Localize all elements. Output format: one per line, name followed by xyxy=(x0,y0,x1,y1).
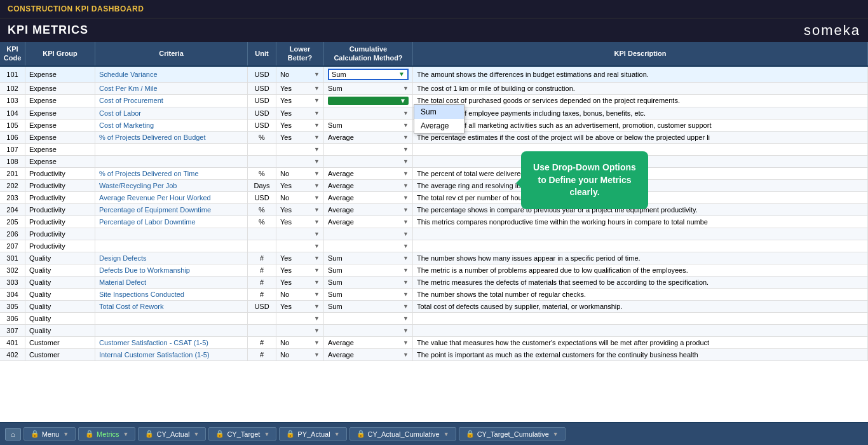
cell-calc-method[interactable]: Average▼ xyxy=(324,349,413,360)
cell-calc-method[interactable]: Sum▼ xyxy=(324,289,413,300)
cell-lower-better[interactable]: Yes▼ xyxy=(276,252,324,264)
cy-target-cumulative-button[interactable]: 🔒 CY_Target_Cumulative ▼ xyxy=(459,427,566,441)
cell-lower-better[interactable]: ▼ xyxy=(276,313,324,324)
cell-kpi-code: 205 xyxy=(0,216,25,228)
cell-lower-better[interactable]: No▼ xyxy=(276,192,324,203)
cell-lower-better[interactable]: Yes▼ xyxy=(276,264,324,276)
cell-calc-method[interactable]: Sum▼ xyxy=(324,264,413,276)
cell-calc-method[interactable]: Average▼ xyxy=(324,204,413,216)
cell-calc-method[interactable]: Sum▼ xyxy=(324,277,413,288)
cell-kpi-group: Quality xyxy=(25,264,95,276)
dropdown-option-average[interactable]: Average xyxy=(414,119,464,133)
cell-lower-better[interactable]: Yes▼ xyxy=(276,180,324,191)
cell-lower-better[interactable]: Yes▼ xyxy=(276,107,324,119)
cell-lower-better[interactable]: Yes▼ xyxy=(276,132,324,143)
metrics-button[interactable]: 🔒 Metrics ▼ xyxy=(78,427,135,441)
cell-calc-method[interactable]: Sum▼ xyxy=(324,252,413,264)
cell-criteria: Defects Due to Workmanship xyxy=(95,264,248,276)
cell-kpi-code: 306 xyxy=(0,313,25,324)
cell-lower-better[interactable]: No▼ xyxy=(276,67,324,82)
cell-kpi-code: 202 xyxy=(0,180,25,191)
cell-kpi-group: Productivity xyxy=(25,228,95,240)
cell-unit xyxy=(248,313,276,324)
table-row: 202ProductivityWaste/Recycling Per JobDa… xyxy=(0,180,868,192)
cell-kpi-group: Expense xyxy=(25,144,95,155)
col-criteria: Criteria xyxy=(95,42,248,65)
kpi-metrics-title: KPI METRICS xyxy=(8,24,88,37)
cy-target-button[interactable]: 🔒 CY_Target ▼ xyxy=(208,427,276,441)
cell-criteria: Cost of Marketing xyxy=(95,120,248,131)
cell-lower-better[interactable]: ▼ xyxy=(276,325,324,336)
cell-lower-better[interactable]: Yes▼ xyxy=(276,277,324,288)
cell-calc-method[interactable]: Average▼ xyxy=(324,192,413,203)
cell-lower-better[interactable]: Yes▼ xyxy=(276,95,324,107)
cell-kpi-group: Expense xyxy=(25,83,95,94)
menu-button[interactable]: 🔒 Menu ▼ xyxy=(24,427,76,441)
cell-calc-method[interactable]: Sum▼ xyxy=(324,120,413,131)
py-actual-button[interactable]: 🔒 PY_Actual ▼ xyxy=(279,427,346,441)
cy-target-lock-icon: 🔒 xyxy=(215,430,224,438)
cy-actual-button[interactable]: 🔒 CY_Actual ▼ xyxy=(138,427,206,441)
cell-kpi-group: Expense xyxy=(25,67,95,82)
cell-calc-method[interactable]: Average▼ xyxy=(324,337,413,348)
table-row: 305QualityTotal Cost of ReworkUSDYes▼Sum… xyxy=(0,301,868,313)
dropdown-popup-sum-avg[interactable]: Sum Average xyxy=(414,104,465,134)
cell-criteria xyxy=(95,156,248,167)
table-row: 107Expense▼▼ xyxy=(0,144,868,156)
cell-description: The point is important as much as the ex… xyxy=(413,349,868,360)
cell-lower-better[interactable]: Yes▼ xyxy=(276,204,324,216)
table-row: 108Expense▼▼ xyxy=(0,156,868,168)
cell-calc-method[interactable]: Average▼ xyxy=(324,132,413,143)
home-button[interactable]: ⌂ xyxy=(5,428,21,441)
cell-calc-method[interactable]: ▼ xyxy=(324,144,413,155)
cell-description: Total cost of defects caused by supplier… xyxy=(413,301,868,312)
cell-calc-method[interactable]: ▼ xyxy=(324,156,413,167)
cell-calc-method[interactable]: Average▼ xyxy=(324,168,413,179)
cell-lower-better[interactable]: No▼ xyxy=(276,168,324,179)
cell-kpi-group: Quality xyxy=(25,313,95,324)
py-actual-lock-icon: 🔒 xyxy=(286,430,295,438)
cell-lower-better[interactable]: Yes▼ xyxy=(276,120,324,131)
cell-lower-better[interactable]: ▼ xyxy=(276,240,324,252)
cell-kpi-code: 104 xyxy=(0,107,25,119)
cell-calc-method[interactable]: Sum▼ xyxy=(324,67,413,82)
dropdown-option-sum[interactable]: Sum xyxy=(414,105,464,119)
cell-lower-better[interactable]: ▼ xyxy=(276,156,324,167)
cell-lower-better[interactable]: ▼ xyxy=(276,228,324,240)
table-row: 204ProductivityPercentage of Equipment D… xyxy=(0,204,868,216)
cell-calc-method[interactable]: ▼ xyxy=(324,228,413,240)
cell-kpi-code: 106 xyxy=(0,132,25,143)
bottom-bar: ⌂ 🔒 Menu ▼ 🔒 Metrics ▼ 🔒 CY_Actual ▼ 🔒 C… xyxy=(0,422,868,445)
table-row: 307Quality▼▼ xyxy=(0,325,868,337)
cell-calc-method[interactable]: ▼ xyxy=(324,107,413,119)
cell-calc-method[interactable]: Sum▼ xyxy=(324,83,413,94)
cell-unit: USD xyxy=(248,107,276,119)
cell-criteria xyxy=(95,325,248,336)
cell-calc-method[interactable]: Average▼ xyxy=(324,216,413,228)
tooltip-text: Use Drop-Down Options to Define your Met… xyxy=(533,162,636,197)
cy-actual-cumulative-button[interactable]: 🔒 CY_Actual_Cumulative ▼ xyxy=(349,427,456,441)
cell-lower-better[interactable]: ▼ xyxy=(276,144,324,155)
table-row: 206Productivity▼▼ xyxy=(0,228,868,240)
cell-criteria: % of Projects Delivered on Time xyxy=(95,168,248,179)
cell-calc-method[interactable]: ▼ xyxy=(324,313,413,324)
cell-lower-better[interactable]: Yes▼ xyxy=(276,301,324,312)
cell-lower-better[interactable]: No▼ xyxy=(276,289,324,300)
cell-calc-method[interactable]: ▼ xyxy=(324,325,413,336)
cell-lower-better[interactable]: Yes▼ xyxy=(276,83,324,94)
cell-calc-method[interactable]: Average▼ xyxy=(324,180,413,191)
cell-lower-better[interactable]: No▼ xyxy=(276,337,324,348)
cell-calc-method[interactable]: ▼ xyxy=(324,240,413,252)
table-row: 102ExpenseCost Per Km / MileUSDYes▼Sum▼T… xyxy=(0,83,868,95)
table-row: 201Productivity% of Projects Delivered o… xyxy=(0,168,868,180)
cell-lower-better[interactable]: No▼ xyxy=(276,349,324,360)
cell-kpi-code: 103 xyxy=(0,95,25,107)
table-row: 301QualityDesign Defects#Yes▼Sum▼The num… xyxy=(0,252,868,264)
cell-description: The metric measures the defects of mater… xyxy=(413,277,868,288)
tooltip-balloon: Use Drop-Down Options to Define your Met… xyxy=(521,151,648,209)
cell-lower-better[interactable]: Yes▼ xyxy=(276,216,324,228)
cell-kpi-code: 101 xyxy=(0,67,25,82)
cell-calc-method[interactable]: ▼ xyxy=(324,95,413,107)
cell-calc-method[interactable]: Sum▼ xyxy=(324,301,413,312)
cell-criteria xyxy=(95,144,248,155)
